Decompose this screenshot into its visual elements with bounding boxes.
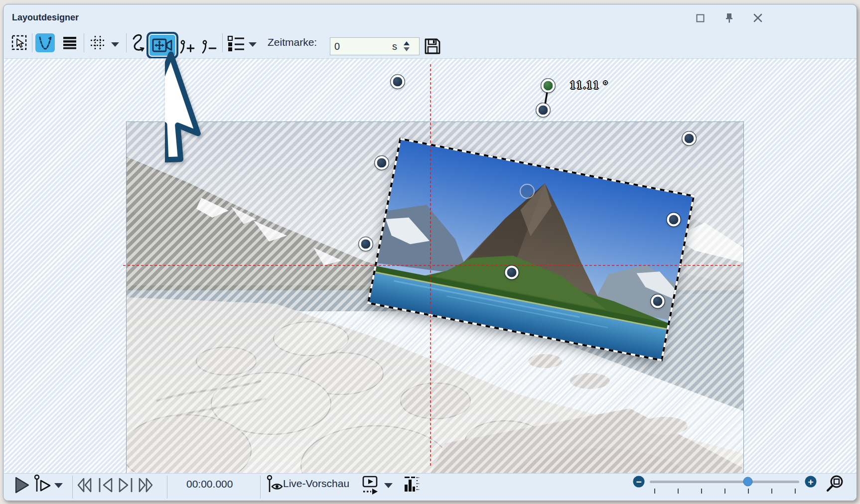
- resize-handle-top-right[interactable]: [683, 132, 696, 145]
- zoom-slider-thumb[interactable]: [743, 477, 753, 487]
- zeitmarke-field: s: [330, 37, 420, 55]
- motion-path-button[interactable]: [130, 32, 147, 53]
- resize-handle-bottom-left[interactable]: [359, 238, 373, 251]
- chevron-down-icon: [384, 483, 393, 488]
- live-preview-pin-eye-icon: [266, 474, 283, 495]
- zeitmarke-label: Zeitmarke:: [268, 36, 317, 48]
- preview-options-dropdown[interactable]: [382, 480, 394, 491]
- remove-keyframe-icon: [201, 39, 217, 56]
- preview-window-button[interactable]: [360, 474, 380, 497]
- edit-curve-tool-button[interactable]: [35, 33, 55, 52]
- close-button[interactable]: [750, 11, 765, 24]
- select-tool-icon: [11, 35, 27, 51]
- rotation-handle[interactable]: [542, 79, 555, 93]
- spinner-up-button[interactable]: [404, 41, 410, 45]
- grid-icon: [89, 34, 106, 51]
- levels-button[interactable]: [402, 474, 420, 496]
- pin-icon: [725, 13, 734, 23]
- skip-start-icon: [98, 477, 114, 493]
- play-button[interactable]: [12, 475, 31, 496]
- add-keyframe-button[interactable]: [179, 38, 196, 56]
- layers-icon: [62, 35, 78, 50]
- chevron-down-icon: [111, 42, 119, 47]
- object-list-button[interactable]: [226, 34, 246, 52]
- skip-to-end-button[interactable]: [116, 475, 135, 496]
- object-list-icon: [227, 35, 245, 51]
- skip-to-start-button[interactable]: [96, 475, 115, 496]
- object-list-dropdown[interactable]: [247, 39, 258, 49]
- object-center-handle[interactable]: [520, 184, 535, 199]
- live-preview-toggle[interactable]: [266, 474, 284, 496]
- toolbar-separator: [32, 33, 32, 52]
- maximize-button[interactable]: [693, 11, 708, 24]
- transport-separator: [260, 476, 261, 499]
- zoom-slider-track[interactable]: [650, 481, 799, 483]
- save-button[interactable]: [423, 36, 442, 56]
- forward-icon: [137, 477, 154, 493]
- zeitmarke-input[interactable]: [330, 41, 382, 52]
- transport-separator: [167, 476, 167, 499]
- add-keyframe-icon: [179, 39, 195, 56]
- play-options-dropdown[interactable]: [52, 480, 64, 491]
- play-icon: [14, 477, 29, 494]
- zoom-fit-button[interactable]: [824, 473, 846, 495]
- zoom-out-button[interactable]: −: [633, 476, 645, 488]
- play-from-marker-icon: [33, 474, 52, 495]
- grid-dropdown[interactable]: [110, 39, 121, 49]
- select-tool-button[interactable]: [10, 33, 28, 52]
- transport-separator: [72, 476, 73, 499]
- camera-pan-icon: [152, 37, 173, 53]
- zoom-in-button[interactable]: +: [805, 476, 817, 488]
- resize-handle-bottom-right[interactable]: [651, 295, 665, 308]
- rewind-button[interactable]: [75, 475, 94, 496]
- resize-handle-left-middle[interactable]: [375, 156, 389, 170]
- spinner-down-button[interactable]: [404, 47, 410, 51]
- preview-window-icon: [361, 475, 379, 495]
- layoutdesigner-window: Layoutdesigner: [3, 4, 857, 501]
- resize-handle-top-middle[interactable]: [537, 104, 550, 117]
- forward-button[interactable]: [136, 475, 155, 496]
- levels-icon: [403, 475, 419, 495]
- screenshot-stage: Layoutdesigner: [0, 0, 860, 504]
- remove-keyframe-button[interactable]: [201, 38, 218, 56]
- resize-handle-top-left[interactable]: [391, 75, 405, 89]
- skip-end-icon: [118, 477, 134, 493]
- camera-pan-button[interactable]: [146, 32, 178, 59]
- resize-handle-bottom-middle[interactable]: [505, 266, 519, 279]
- canvas-background: [4, 58, 857, 474]
- window-title: Layoutdesigner: [12, 12, 79, 23]
- save-icon: [424, 37, 441, 55]
- maximize-icon: [696, 14, 705, 22]
- rotation-angle-label: 11.11 °: [570, 79, 608, 91]
- time-display: 00:00.000: [186, 478, 239, 490]
- close-icon: [753, 13, 762, 22]
- live-preview-label: Live-Vorschau: [283, 478, 349, 490]
- chevron-down-icon: [249, 42, 257, 47]
- zoom-fit-icon: [825, 474, 845, 494]
- layers-button[interactable]: [60, 33, 79, 52]
- toolbar-separator: [126, 33, 127, 52]
- rewind-icon: [76, 477, 93, 493]
- chevron-down-icon: [54, 483, 63, 488]
- zeitmarke-unit: s: [382, 41, 397, 52]
- toolbar-separator: [84, 33, 84, 52]
- pin-button[interactable]: [722, 11, 737, 24]
- play-from-timemark-button[interactable]: [32, 473, 53, 496]
- grid-button[interactable]: [88, 33, 107, 52]
- resize-handle-right-middle[interactable]: [667, 213, 681, 227]
- edit-curve-icon: [37, 35, 53, 51]
- toolbar-separator: [222, 33, 223, 52]
- motion-path-icon: [130, 33, 147, 53]
